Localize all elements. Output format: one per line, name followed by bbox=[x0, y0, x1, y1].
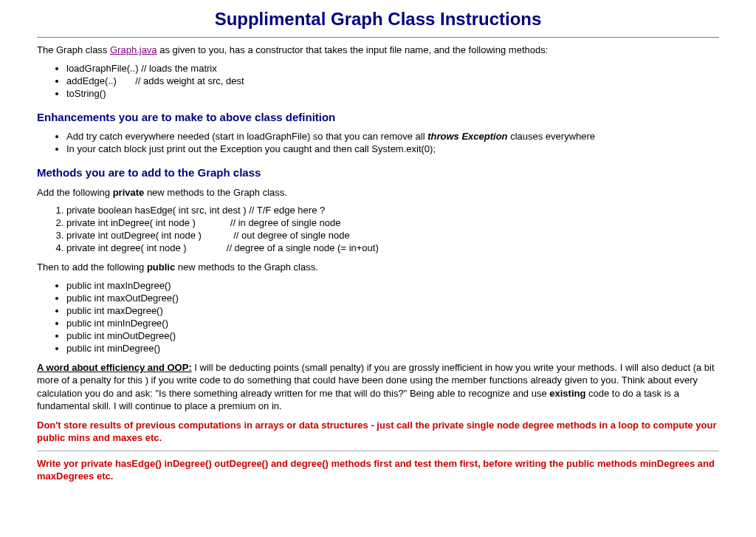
divider-top bbox=[37, 37, 719, 38]
intro-post: as given to you, has a constructor that … bbox=[157, 44, 549, 55]
page-title: Supplimental Graph Class Instructions bbox=[37, 9, 719, 30]
text: Then to add the following bbox=[37, 261, 147, 273]
text: Add try catch everywhere needed (start i… bbox=[66, 131, 427, 142]
warning-write-first: Write yor private hasEdge() inDegree() o… bbox=[37, 457, 719, 483]
list-item: public int maxOutDegree() bbox=[66, 293, 719, 304]
list-item: private int outDegree( int node ) // out… bbox=[66, 230, 719, 241]
text: Add the following bbox=[37, 187, 113, 198]
list-item: public int maxInDegree() bbox=[66, 280, 719, 291]
enhancements-heading: Enhancements you are to make to above cl… bbox=[37, 111, 719, 123]
warning-no-store: Don't store results of previous computat… bbox=[37, 419, 719, 445]
list-item: public int minOutDegree() bbox=[66, 330, 719, 341]
list-item: public int minInDegree() bbox=[66, 318, 719, 329]
text: clauses everywhere bbox=[508, 131, 596, 142]
text: new methods to the Graph class. bbox=[144, 187, 287, 198]
list-item: toString() bbox=[66, 88, 719, 99]
list-item: private boolean hasEdge( int src, int de… bbox=[66, 205, 719, 216]
list-item: public int minDegree() bbox=[66, 343, 719, 354]
existing-bold: existing bbox=[549, 388, 585, 399]
efficiency-paragraph: A word about efficiency and OOP: I will … bbox=[37, 361, 719, 413]
private-intro: Add the following private new methods to… bbox=[37, 186, 719, 199]
list-item: loadGraphFile(..) // loads the matrix bbox=[66, 63, 719, 74]
list-item: private int degree( int node ) // degree… bbox=[66, 242, 719, 253]
efficiency-label: A word about efficiency and OOP: bbox=[37, 362, 192, 373]
enhancements-list: Add try catch everywhere needed (start i… bbox=[37, 131, 719, 154]
public-bold: public bbox=[147, 261, 175, 273]
public-intro: Then to add the following public new met… bbox=[37, 261, 719, 274]
list-item: addEdge(..) // adds weight at src, dest bbox=[66, 75, 719, 86]
list-item: public int maxDegree() bbox=[66, 305, 719, 316]
throws-exception-bold: throws Exception bbox=[427, 131, 507, 142]
intro-pre: The Graph class bbox=[37, 44, 110, 55]
given-methods-list: loadGraphFile(..) // loads the matrix ad… bbox=[37, 63, 719, 99]
public-methods-list: public int maxInDegree() public int maxO… bbox=[37, 280, 719, 354]
list-item: Add try catch everywhere needed (start i… bbox=[66, 131, 719, 142]
divider-mid bbox=[37, 451, 719, 451]
graph-java-link[interactable]: Graph.java bbox=[110, 44, 157, 55]
list-item: In your catch block just print out the E… bbox=[66, 143, 719, 154]
private-methods-list: private boolean hasEdge( int src, int de… bbox=[37, 205, 719, 253]
text: new methods to the Graph class. bbox=[175, 261, 318, 273]
methods-heading: Methods you are to add to the Graph clas… bbox=[37, 166, 719, 179]
list-item: private int inDegree( int node ) // in d… bbox=[66, 217, 719, 228]
intro-paragraph: The Graph class Graph.java as given to y… bbox=[37, 44, 719, 57]
private-bold: private bbox=[113, 187, 145, 198]
